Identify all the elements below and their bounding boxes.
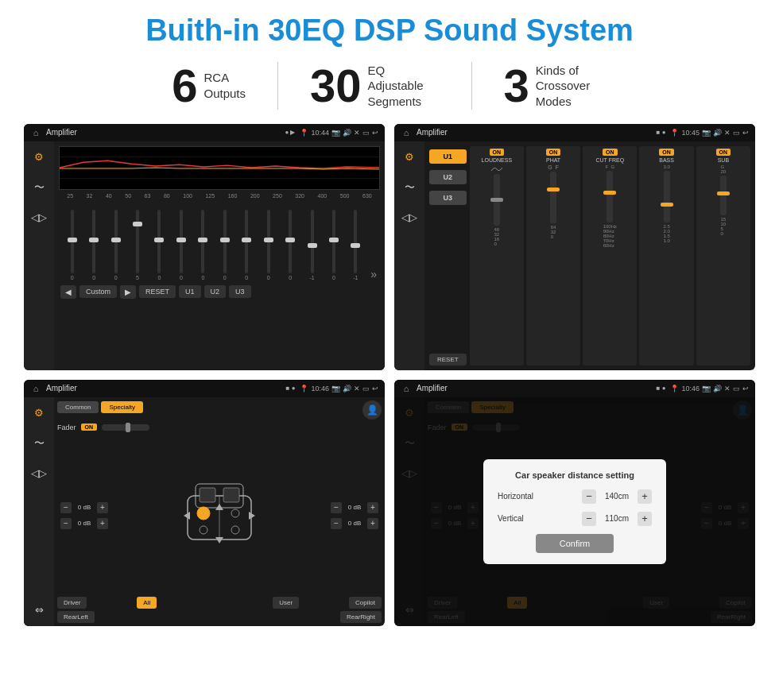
user-icon-3[interactable]: 👤 bbox=[362, 400, 382, 420]
back-icon-2[interactable]: ↩ bbox=[742, 129, 749, 137]
volume-icon-4: 🔊 bbox=[713, 385, 722, 393]
wave-icon-2[interactable]: 〜 bbox=[400, 178, 419, 197]
user-btn-3[interactable]: User bbox=[273, 597, 299, 609]
bass-on[interactable]: ON bbox=[659, 149, 674, 156]
phat-label: PHAT bbox=[546, 157, 560, 163]
svg-point-11 bbox=[231, 526, 239, 534]
car-area: − 0 dB + − 0 dB + bbox=[57, 438, 382, 594]
rr-plus[interactable]: + bbox=[367, 518, 378, 529]
rearright-btn-3[interactable]: RearRight bbox=[340, 611, 382, 623]
more-icon[interactable]: » bbox=[367, 268, 377, 280]
loudness-on[interactable]: ON bbox=[490, 149, 505, 156]
bass-slider[interactable] bbox=[664, 171, 670, 222]
u1-btn-2[interactable]: U1 bbox=[429, 149, 467, 164]
copilot-btn-3[interactable]: Copilot bbox=[349, 597, 382, 609]
loudness-slider[interactable] bbox=[494, 174, 500, 226]
vol-icon-2[interactable]: ◁▷ bbox=[400, 208, 419, 227]
slider-10[interactable]: 0 bbox=[280, 210, 300, 280]
fader-on-toggle[interactable]: ON bbox=[81, 423, 98, 431]
common-tab-3[interactable]: Common bbox=[57, 401, 99, 413]
home-icon-1[interactable]: ⌂ bbox=[30, 127, 41, 138]
eq-icon-2[interactable]: ⚙ bbox=[400, 148, 419, 167]
vol-icon-1[interactable]: ◁▷ bbox=[29, 208, 48, 227]
slider-3[interactable]: 5 bbox=[127, 210, 147, 280]
screen2-title: Amplifier bbox=[417, 128, 652, 137]
bass-scale-top: 3.0 bbox=[663, 164, 669, 169]
fader-slider[interactable] bbox=[102, 424, 149, 431]
slider-11[interactable]: -1 bbox=[302, 210, 322, 280]
slider-9[interactable]: 0 bbox=[258, 210, 278, 280]
slider-12[interactable]: 0 bbox=[324, 210, 343, 280]
back-icon-3[interactable]: ↩ bbox=[372, 385, 378, 393]
slider-8[interactable]: 0 bbox=[237, 210, 257, 280]
u3-btn-1[interactable]: U3 bbox=[229, 285, 251, 298]
vertical-ctrl: − 110cm + bbox=[582, 512, 652, 526]
confirm-btn[interactable]: Confirm bbox=[536, 534, 614, 553]
home-icon-2[interactable]: ⌂ bbox=[401, 127, 412, 138]
back-icon-4[interactable]: ↩ bbox=[742, 385, 749, 393]
cutfreq-slider[interactable] bbox=[607, 171, 613, 222]
specialty-tab-3[interactable]: Specialty bbox=[101, 401, 142, 413]
tab-row-3: Common Specialty bbox=[57, 401, 143, 413]
vertical-minus-btn[interactable]: − bbox=[582, 512, 596, 526]
screen2-main: U1 U2 U3 RESET ON LOUDNESS bbox=[424, 141, 755, 370]
slider-13[interactable]: -1 bbox=[346, 210, 366, 280]
next-preset-btn[interactable]: ▶ bbox=[120, 285, 136, 299]
home-icon-3[interactable]: ⌂ bbox=[30, 383, 41, 394]
u1-btn-1[interactable]: U1 bbox=[179, 285, 201, 298]
screen1-content: ⚙ 〜 ◁▷ bbox=[24, 141, 385, 370]
vol-icon-3[interactable]: ◁▷ bbox=[29, 464, 48, 483]
fr-minus[interactable]: − bbox=[331, 502, 342, 513]
phat-slider[interactable] bbox=[550, 172, 556, 223]
horizontal-minus-btn[interactable]: − bbox=[582, 489, 596, 504]
arrows-icon-3[interactable]: ⇔ bbox=[29, 601, 48, 620]
slider-7[interactable]: 0 bbox=[215, 210, 234, 280]
slider-5[interactable]: 0 bbox=[171, 210, 191, 280]
u2-btn-2[interactable]: U2 bbox=[429, 170, 467, 184]
slider-2[interactable]: 0 bbox=[106, 210, 126, 280]
cutfreq-label: CUT FREQ bbox=[596, 157, 625, 163]
back-icon-1[interactable]: ↩ bbox=[372, 129, 378, 137]
eq-icon-3[interactable]: ⚙ bbox=[29, 404, 48, 423]
stat-rca-label: RCAOutputs bbox=[203, 70, 246, 101]
fr-plus[interactable]: + bbox=[367, 502, 378, 513]
all-btn-3[interactable]: All bbox=[137, 597, 157, 609]
u2-btn-1[interactable]: U2 bbox=[204, 285, 227, 298]
reset-btn-2[interactable]: RESET bbox=[429, 354, 467, 365]
custom-btn[interactable]: Custom bbox=[79, 285, 117, 298]
rr-minus[interactable]: − bbox=[331, 518, 342, 529]
slider-4[interactable]: 0 bbox=[149, 210, 169, 280]
screen-dialog: ⌂ Amplifier ■ ● 📍 10:46 📷 🔊 ✕ ▭ ↩ ⚙ 〜 bbox=[394, 380, 755, 626]
svg-point-9 bbox=[231, 509, 239, 517]
spacer bbox=[207, 597, 223, 609]
horizontal-label: Horizontal bbox=[498, 492, 545, 501]
eq-icon-1[interactable]: ⚙ bbox=[29, 148, 48, 167]
sub-on[interactable]: ON bbox=[716, 149, 731, 156]
u3-btn-2[interactable]: U3 bbox=[429, 191, 467, 205]
rearleft-btn-3[interactable]: RearLeft bbox=[57, 611, 95, 623]
driver-btn-3[interactable]: Driver bbox=[57, 597, 87, 609]
rl-minus[interactable]: − bbox=[60, 518, 72, 529]
slider-1[interactable]: 0 bbox=[83, 210, 103, 280]
horizontal-plus-btn[interactable]: + bbox=[638, 489, 652, 504]
wave-icon-1[interactable]: 〜 bbox=[29, 178, 48, 197]
slider-6[interactable]: 0 bbox=[193, 210, 213, 280]
sub-slider[interactable] bbox=[720, 176, 727, 215]
location-icon-1: 📍 bbox=[300, 129, 308, 137]
wave-icon-3[interactable]: 〜 bbox=[29, 434, 48, 453]
vertical-plus-btn[interactable]: + bbox=[638, 512, 652, 526]
prev-preset-btn[interactable]: ◀ bbox=[60, 285, 76, 299]
eq-freq-labels: 2532405063 80100125160200 25032040050063… bbox=[59, 193, 380, 199]
rl-plus[interactable]: + bbox=[97, 518, 108, 529]
home-icon-4[interactable]: ⌂ bbox=[401, 383, 412, 394]
slider-0[interactable]: 0 bbox=[62, 210, 82, 280]
cutfreq-on[interactable]: ON bbox=[603, 149, 618, 156]
phat-gf: G F bbox=[548, 164, 559, 170]
sidebar-1: ⚙ 〜 ◁▷ bbox=[24, 141, 54, 370]
loudness-col: ON LOUDNESS 4832160 bbox=[470, 146, 524, 365]
reset-btn-1[interactable]: RESET bbox=[139, 285, 176, 298]
crossover-cols: ON LOUDNESS 4832160 ON bbox=[470, 146, 750, 365]
phat-on[interactable]: ON bbox=[546, 149, 561, 156]
fl-minus[interactable]: − bbox=[60, 502, 72, 513]
fl-plus[interactable]: + bbox=[97, 502, 108, 513]
